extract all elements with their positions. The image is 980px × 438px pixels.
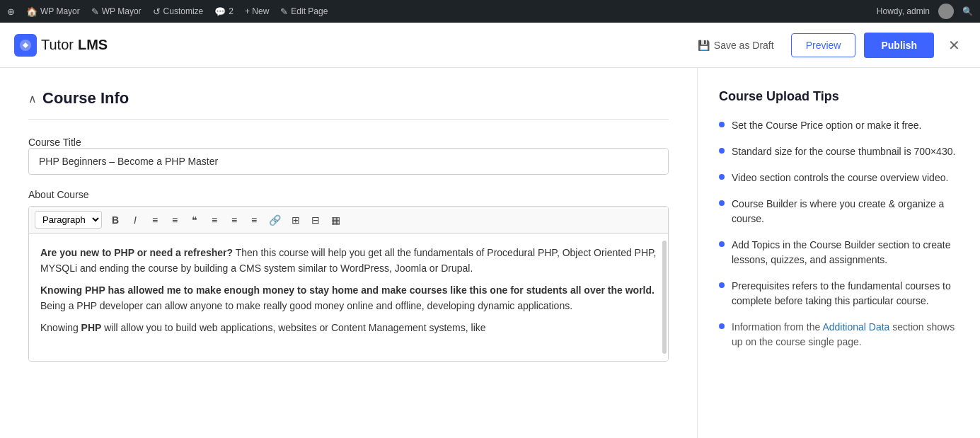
tip-bullet-3: [719, 174, 725, 180]
tip-bullet-6: [719, 282, 725, 288]
ordered-list-button[interactable]: ≡: [166, 212, 184, 229]
search-icon[interactable]: 🔍: [962, 6, 973, 16]
tip-item-1: Set the Course Price option or make it f…: [719, 118, 959, 133]
section-header: ∧ Course Info: [28, 89, 669, 108]
top-header: Tutor LMS 💾 Save as Draft Preview Publis…: [0, 23, 980, 68]
tips-title: Course Upload Tips: [719, 89, 959, 104]
tip-item-4: Course Builder is where you create & org…: [719, 197, 959, 226]
section-title: Course Info: [42, 89, 129, 108]
edit-page-item[interactable]: ✎ Edit Page: [280, 6, 328, 17]
tip-text-1: Set the Course Price option or make it f…: [732, 118, 921, 133]
publish-button[interactable]: Publish: [864, 33, 934, 58]
align-left-button[interactable]: ≡: [205, 212, 224, 229]
comments-item[interactable]: 💬 2: [214, 6, 234, 17]
revisions-item[interactable]: ↺ Customize: [153, 6, 204, 17]
course-title-input[interactable]: [28, 148, 669, 175]
course-title-label: Course Title: [28, 137, 81, 148]
new-item[interactable]: + New: [245, 6, 269, 16]
more-button[interactable]: ⊟: [306, 212, 325, 229]
close-icon: ✕: [948, 38, 960, 53]
save-draft-button[interactable]: 💾 Save as Draft: [689, 34, 783, 57]
tip-text-2: Standard size for the course thumbnail i…: [732, 144, 955, 159]
tip-text-6: Prerequisites refers to the fundamental …: [732, 279, 959, 309]
customize-item[interactable]: ✎ WP Mayor: [91, 6, 142, 17]
header-actions: 💾 Save as Draft Preview Publish ✕: [689, 33, 966, 58]
editor-content[interactable]: Are you new to PHP or need a refresher? …: [29, 234, 668, 361]
admin-bar-right: Howdy, admin 🔍: [877, 4, 973, 19]
admin-avatar: [938, 4, 954, 19]
italic-button[interactable]: I: [126, 212, 144, 229]
tip-bullet-7: [719, 323, 725, 329]
preview-button[interactable]: Preview: [791, 33, 856, 57]
grid-button[interactable]: ▦: [326, 212, 345, 229]
save-draft-icon: 💾: [698, 40, 710, 51]
tip-item-2: Standard size for the course thumbnail i…: [719, 144, 959, 159]
main-layout: ∧ Course Info Course Title About Course …: [0, 68, 980, 438]
close-button[interactable]: ✕: [942, 34, 966, 57]
tip-item-7: Information from the Additional Data sec…: [719, 320, 959, 350]
logo-icon: [14, 34, 37, 57]
bold-button[interactable]: B: [106, 212, 125, 229]
editor-scrollbar[interactable]: [662, 241, 667, 354]
wp-logo-item[interactable]: ⊕: [7, 6, 15, 17]
tip-text-3: Video section controls the course overvi…: [732, 171, 948, 185]
paragraph-select[interactable]: Paragraph Heading 1 Heading 2: [35, 211, 102, 229]
blockquote-button[interactable]: ❝: [185, 212, 204, 229]
tip-text-7: Information from the Additional Data sec…: [732, 320, 959, 350]
wp-mayor-item[interactable]: 🏠 WP Mayor: [26, 6, 80, 17]
tip-bullet-2: [719, 148, 725, 154]
tip-item-5: Add Topics in the Course Builder section…: [719, 238, 959, 267]
tip-item-3: Video section controls the course overvi…: [719, 171, 959, 185]
comments-icon: 💬: [214, 6, 226, 17]
revisions-icon: ↺: [153, 6, 161, 17]
wordpress-icon: ⊕: [7, 6, 15, 17]
unordered-list-button[interactable]: ≡: [146, 212, 164, 229]
table-button[interactable]: ⊞: [287, 212, 305, 229]
tip-bullet-5: [719, 241, 725, 247]
site-icon: 🏠: [26, 6, 38, 17]
logo: Tutor LMS: [14, 34, 108, 57]
about-course-label: About Course: [28, 189, 669, 200]
left-content: ∧ Course Info Course Title About Course …: [0, 68, 697, 438]
align-center-button[interactable]: ≡: [225, 212, 243, 229]
editor-toolbar: Paragraph Heading 1 Heading 2 B I ≡ ≡ ❝ …: [29, 207, 668, 234]
tip-text-5: Add Topics in the Course Builder section…: [732, 238, 959, 267]
customize-icon: ✎: [91, 6, 99, 17]
edit-icon: ✎: [280, 6, 288, 17]
tip-text-4: Course Builder is where you create & org…: [732, 197, 959, 226]
logo-lms-text: LMS: [78, 37, 108, 53]
tip-bullet-1: [719, 122, 725, 127]
editor-container: Paragraph Heading 1 Heading 2 B I ≡ ≡ ❝ …: [28, 206, 669, 362]
link-button[interactable]: 🔗: [265, 212, 285, 229]
section-divider: [28, 119, 669, 120]
align-right-button[interactable]: ≡: [245, 212, 263, 229]
admin-greeting: Howdy, admin: [877, 6, 930, 16]
admin-bar: ⊕ 🏠 WP Mayor ✎ WP Mayor ↺ Customize 💬 2 …: [0, 0, 980, 23]
tip-item-6: Prerequisites refers to the fundamental …: [719, 279, 959, 309]
tips-list: Set the Course Price option or make it f…: [719, 118, 959, 350]
right-sidebar: Course Upload Tips Set the Course Price …: [697, 68, 980, 438]
logo-tutor-text: Tutor: [41, 37, 74, 53]
tip-bullet-4: [719, 200, 725, 206]
chevron-up-icon: ∧: [28, 92, 37, 105]
